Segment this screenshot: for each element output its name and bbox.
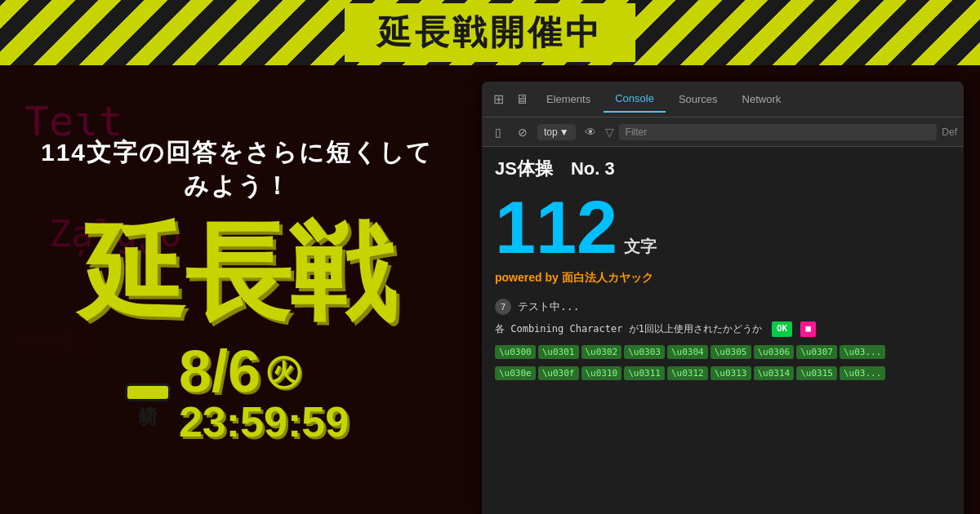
console-output: JS体操 No. 3 112 文字 powered by 面白法人カヤック 7 … <box>482 147 964 514</box>
hex-tag-03xx-2: \u03... <box>840 366 885 380</box>
hazard-banner: 延長戦開催中 <box>0 0 980 65</box>
filter-label: Filter <box>626 126 648 138</box>
deadline-day: ㊋ <box>265 348 301 396</box>
eye-icon-button[interactable]: 👁 <box>581 122 600 142</box>
banner-title: 延長戦開催中 <box>345 3 635 62</box>
ok-badge: OK <box>772 321 792 337</box>
hex-tag-030f: \u030f <box>538 366 579 380</box>
console-js-title: JS体操 No. 3 <box>495 157 951 181</box>
big-title: 延長戦 <box>80 219 394 326</box>
tab-network[interactable]: Network <box>731 86 793 112</box>
console-number-suffix: 文字 <box>624 238 657 255</box>
filter-icon: ▽ <box>605 126 614 139</box>
deadline-label: 締切 <box>125 383 171 401</box>
devtools-tab-bar: ⊞ 🖥 Elements Console Sources Network <box>482 82 964 117</box>
content-area: 114文字の回答をさらに短くしてみよう！ 延長戦 締切 8/6 ㊋ 23:59:… <box>0 65 980 514</box>
console-warning-line: 各 Combining Character が1回以上使用されたかどうか OK … <box>495 321 951 337</box>
def-label: Def <box>942 126 957 138</box>
top-label: top <box>544 126 558 138</box>
deadline-box: 締切 8/6 ㊋ 23:59:59 <box>125 342 349 443</box>
right-side: ⊞ 🖥 Elements Console Sources Network ▯ ⊘… <box>474 65 980 514</box>
hex-tag-0306: \u0306 <box>754 345 795 359</box>
hex-tag-0310: \u0310 <box>581 366 622 380</box>
devtools-icon-2: 🖥 <box>510 89 533 110</box>
hex-tag-0315: \u0315 <box>796 366 837 380</box>
devtools-toolbar: ▯ ⊘ top ▼ 👁 ▽ Filter Def <box>482 117 964 147</box>
hex-tag-0312: \u0312 <box>667 366 708 380</box>
hex-tag-030e: \u030e <box>495 366 536 380</box>
pink-badge: ■ <box>800 321 816 337</box>
hex-tag-0304: \u0304 <box>667 345 708 359</box>
dropdown-arrow: ▼ <box>559 126 569 138</box>
devtools-panel: ⊞ 🖥 Elements Console Sources Network ▯ ⊘… <box>482 82 964 514</box>
left-side: 114文字の回答をさらに短くしてみよう！ 延長戦 締切 8/6 ㊋ 23:59:… <box>0 65 474 514</box>
filter-box[interactable]: Filter <box>619 124 938 140</box>
console-number-display: 112 文字 <box>495 191 951 264</box>
hex-tags-row-1: \u0300 \u0301 \u0302 \u0303 \u0304 \u030… <box>495 345 951 359</box>
sidebar-toggle-button[interactable]: ▯ <box>488 122 508 142</box>
main-container: Teɩt Za̦lg̢o 0x{&} ⚙️ ∞ 延長戦開催中 114文字の回答を… <box>0 0 980 514</box>
deadline-date: 8/6 <box>179 342 261 401</box>
log-text: テスト中... <box>518 299 579 314</box>
context-selector[interactable]: top ▼ <box>537 124 576 140</box>
hex-tag-0307: \u0307 <box>796 345 837 359</box>
console-number: 112 <box>495 191 617 264</box>
hex-tag-0301: \u0301 <box>538 345 579 359</box>
hex-tag-03xx: \u03... <box>840 345 885 359</box>
subtitle: 114文字の回答をさらに短くしてみよう！ <box>33 136 441 203</box>
warning-text: 各 Combining Character が1回以上使用されたかどうか <box>495 321 762 336</box>
hex-tag-0311: \u0311 <box>624 366 665 380</box>
clear-console-button[interactable]: ⊘ <box>513 122 532 142</box>
hex-tags-row-2: \u030e \u030f \u0310 \u0311 \u0312 \u031… <box>495 366 951 380</box>
log-count-badge: 7 <box>495 299 511 315</box>
hex-tag-0300: \u0300 <box>495 345 536 359</box>
tab-console[interactable]: Console <box>604 86 666 113</box>
hex-tag-0305: \u0305 <box>710 345 751 359</box>
tab-elements[interactable]: Elements <box>535 86 602 112</box>
tab-sources[interactable]: Sources <box>667 86 729 112</box>
hex-tag-0302: \u0302 <box>581 345 622 359</box>
console-powered: powered by 面白法人カヤック <box>495 271 951 286</box>
hex-tag-0313: \u0313 <box>710 366 751 380</box>
deadline-time: 23:59:59 <box>179 401 349 443</box>
hex-tag-0314: \u0314 <box>754 366 795 380</box>
hex-tag-0303: \u0303 <box>624 345 665 359</box>
devtools-icon-1: ⊞ <box>488 88 509 110</box>
console-log-line: 7 テスト中... <box>495 299 951 315</box>
